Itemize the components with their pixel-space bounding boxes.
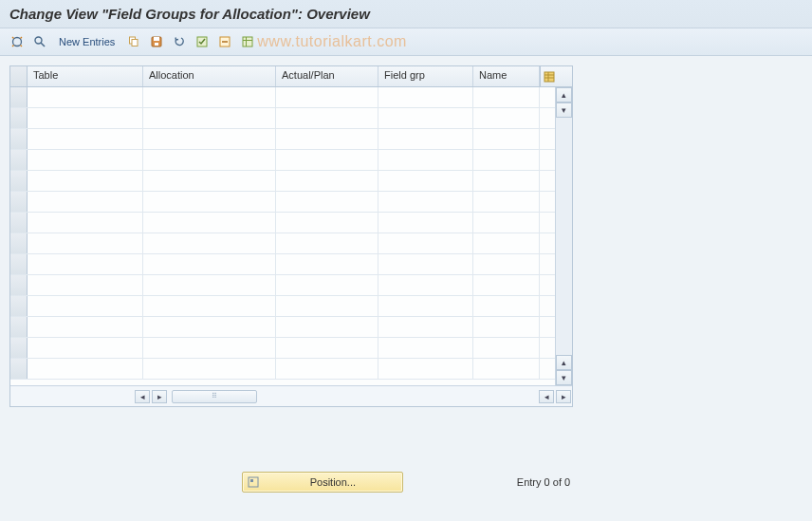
cell[interactable] [473,359,540,379]
cell[interactable] [276,338,378,358]
cell[interactable] [143,108,276,128]
scroll-top-icon[interactable]: ▴ [556,87,572,102]
scroll-right-step-icon[interactable]: ▸ [152,390,167,403]
cell[interactable] [143,150,276,170]
row-selector[interactable] [10,275,28,295]
cell[interactable] [143,171,276,191]
cell[interactable] [276,317,378,337]
cell[interactable] [473,317,540,337]
row-selector[interactable] [10,233,28,253]
cell[interactable] [143,359,276,379]
row-selector-header[interactable] [10,66,28,86]
cell[interactable] [143,338,276,358]
vertical-scrollbar[interactable]: ▴ ▾ ▴ ▾ [555,87,572,385]
cell[interactable] [473,150,540,170]
cell[interactable] [473,275,540,295]
cell[interactable] [378,87,473,107]
horizontal-scrollbar[interactable]: ◂ ▸ ⠿ ◂ ▸ [10,385,572,406]
row-selector[interactable] [10,171,28,191]
cell[interactable] [378,338,473,358]
cell[interactable] [473,87,540,107]
cell[interactable] [276,171,378,191]
cell[interactable] [276,359,378,379]
scroll-bottom-icon[interactable]: ▾ [556,370,572,385]
cell[interactable] [378,213,473,233]
row-selector[interactable] [10,359,28,379]
cell[interactable] [276,192,378,212]
cell[interactable] [378,296,473,316]
cell[interactable] [473,171,540,191]
cell[interactable] [378,150,473,170]
row-selector[interactable] [10,317,28,337]
cell[interactable] [276,296,378,316]
cell[interactable] [378,129,473,149]
scroll-right-icon[interactable]: ▸ [556,390,571,403]
new-entries-button[interactable]: New Entries [53,36,120,47]
position-button[interactable]: Position... [242,472,403,493]
cell[interactable] [28,254,143,274]
cell[interactable] [143,192,276,212]
save-icon[interactable] [147,32,166,51]
row-selector[interactable] [10,338,28,358]
cell[interactable] [28,317,143,337]
select-all-icon[interactable] [193,32,212,51]
cell[interactable] [28,359,143,379]
copy-icon[interactable] [124,32,143,51]
cell[interactable] [378,275,473,295]
cell[interactable] [473,296,540,316]
cell[interactable] [143,296,276,316]
cell[interactable] [378,108,473,128]
cell[interactable] [473,338,540,358]
cell[interactable] [28,275,143,295]
other-view-icon[interactable] [8,32,27,51]
table-settings-icon[interactable] [238,32,257,51]
row-selector[interactable] [10,192,28,212]
row-selector[interactable] [10,296,28,316]
cell[interactable] [143,254,276,274]
cell[interactable] [276,254,378,274]
find-icon[interactable] [30,32,49,51]
scroll-thumb[interactable]: ⠿ [172,390,257,403]
cell[interactable] [28,129,143,149]
scroll-left-step-icon[interactable]: ◂ [539,390,554,403]
cell[interactable] [276,150,378,170]
cell[interactable] [378,317,473,337]
column-header-name[interactable]: Name [473,66,540,86]
cell[interactable] [28,171,143,191]
row-selector[interactable] [10,254,28,274]
scroll-down-icon[interactable]: ▴ [556,355,572,370]
cell[interactable] [28,233,143,253]
cell[interactable] [473,233,540,253]
cell[interactable] [28,87,143,107]
undo-icon[interactable] [170,32,189,51]
cell[interactable] [473,213,540,233]
deselect-all-icon[interactable] [215,32,234,51]
row-selector[interactable] [10,129,28,149]
row-selector[interactable] [10,87,28,107]
cell[interactable] [473,192,540,212]
cell[interactable] [276,275,378,295]
column-header-field-grp[interactable]: Field grp [378,66,473,86]
table-configure-icon[interactable] [540,66,557,86]
cell[interactable] [473,254,540,274]
cell[interactable] [378,254,473,274]
cell[interactable] [28,338,143,358]
cell[interactable] [143,275,276,295]
cell[interactable] [378,359,473,379]
cell[interactable] [28,108,143,128]
cell[interactable] [28,150,143,170]
cell[interactable] [143,317,276,337]
row-selector[interactable] [10,150,28,170]
cell[interactable] [143,87,276,107]
cell[interactable] [378,192,473,212]
cell[interactable] [276,213,378,233]
cell[interactable] [276,87,378,107]
cell[interactable] [378,171,473,191]
scroll-left-icon[interactable]: ◂ [135,390,150,403]
cell[interactable] [143,233,276,253]
cell[interactable] [28,296,143,316]
column-header-actual-plan[interactable]: Actual/Plan [276,66,378,86]
scroll-up-icon[interactable]: ▾ [556,102,572,118]
row-selector[interactable] [10,213,28,233]
cell[interactable] [28,213,143,233]
